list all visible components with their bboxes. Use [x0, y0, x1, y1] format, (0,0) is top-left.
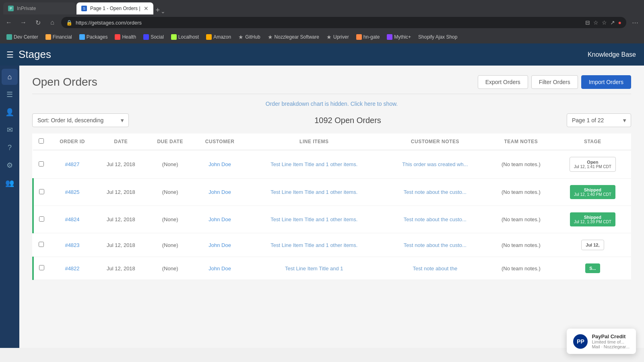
browser-tab-bar: P InPrivate S Page 1 - Open Orders | ✕ +… — [0, 0, 644, 14]
favorites-icon[interactable]: ☆ — [602, 19, 607, 26]
bookmark-financial[interactable]: Financial — [42, 33, 75, 41]
select-all-checkbox[interactable] — [39, 138, 44, 144]
upriver-star-icon: ★ — [326, 34, 332, 40]
tab-inprivate-label: InPrivate — [17, 6, 36, 11]
table-row[interactable]: #4825Jul 12, 2018(None)John DoeTest Line… — [33, 179, 631, 206]
customer-link[interactable]: John Doe — [208, 189, 231, 195]
reader-icon[interactable]: ⊟ — [585, 19, 590, 26]
mythic-icon — [387, 34, 392, 40]
order-customer-notes-cell: Test note about the custo... — [382, 179, 488, 206]
bookmark-github[interactable]: ★ GitHub — [235, 33, 263, 41]
bookmark-amazon[interactable]: Amazon — [203, 33, 234, 41]
tab-list-button[interactable]: ⌄ — [161, 8, 165, 14]
paypal-notification: PP PayPal Credit Limited time of... Mail… — [567, 329, 636, 354]
col-due-date: DUE DATE — [147, 134, 194, 150]
row-checkbox-cell — [33, 206, 49, 233]
order-due-date-cell: (None) — [147, 179, 194, 206]
bookmark-financial-label: Financial — [53, 34, 72, 40]
order-customer-notes-cell: Test note about the — [382, 257, 488, 280]
col-customer: CUSTOMER — [194, 134, 246, 150]
bookmark-localhost[interactable]: Localhost — [168, 33, 202, 41]
row-checkbox[interactable] — [39, 161, 44, 167]
github-star-icon: ★ — [238, 34, 244, 40]
menu-icon[interactable]: ☰ — [6, 50, 14, 60]
extensions-button[interactable]: ⋯ — [630, 17, 641, 28]
knowledge-base-link[interactable]: Knowledge Base — [588, 51, 636, 58]
profile-icon[interactable]: ● — [618, 19, 621, 26]
bookmark-health[interactable]: Health — [111, 33, 139, 41]
home-button[interactable]: ⌂ — [47, 17, 58, 28]
bookmark-hn-gate[interactable]: hn-gate — [353, 33, 383, 41]
sidebar-item-orders[interactable]: ☰ — [2, 86, 18, 103]
nozzlegear-star-icon: ★ — [268, 34, 273, 40]
order-stage-cell: Jul 12, — [554, 233, 631, 257]
share-icon[interactable]: ↗ — [610, 19, 615, 26]
order-due-date-cell: (None) — [147, 206, 194, 233]
table-row[interactable]: #4823Jul 12, 2018(None)John DoeTest Line… — [33, 233, 631, 257]
new-tab-button[interactable]: + — [156, 6, 160, 14]
customer-link[interactable]: John Doe — [208, 161, 231, 167]
row-checkbox-cell — [33, 179, 49, 206]
sidebar-item-team[interactable]: 👥 — [2, 175, 18, 191]
bookmark-localhost-label: Localhost — [178, 34, 199, 40]
address-bar[interactable]: 🔒 https://getstages.com/orders ⊟ ☆ ☆ ↗ ● — [61, 17, 626, 28]
export-orders-button[interactable]: Export Orders — [478, 75, 528, 89]
table-row[interactable]: #4827Jul 12, 2018(None)John DoeTest Line… — [33, 150, 631, 179]
tab-inprivate[interactable]: P InPrivate — [3, 2, 76, 14]
table-row[interactable]: #4822Jul 12, 2018(None)John DoeTest Line… — [33, 257, 631, 280]
order-id-link[interactable]: #4827 — [65, 161, 79, 167]
import-orders-button[interactable]: Import Orders — [581, 75, 631, 89]
financial-icon — [45, 34, 51, 40]
refresh-button[interactable]: ↻ — [32, 17, 43, 28]
sort-select[interactable]: Sort: Order Id, descending Sort: Order I… — [32, 113, 129, 127]
hn-gate-icon — [356, 34, 362, 40]
orders-count: 1092 Open Orders — [314, 116, 381, 125]
url-display: https://getstages.com/orders — [76, 20, 142, 26]
sidebar-item-messages[interactable]: ✉ — [2, 122, 18, 138]
order-id-cell: #4824 — [49, 206, 95, 233]
page-select[interactable]: Page 1 of 22 Page 2 of 22 Page 3 of 22 — [567, 113, 631, 127]
sidebar-item-help[interactable]: ? — [2, 140, 18, 156]
order-id-cell: #4822 — [49, 257, 95, 280]
row-checkbox[interactable] — [39, 265, 44, 270]
bookmark-nozzlegear[interactable]: ★ Nozzlegear Software — [264, 33, 322, 41]
order-stage-cell: ShippedJul 12, 1:40 PM CDT — [554, 179, 631, 206]
filter-orders-button[interactable]: Filter Orders — [531, 75, 578, 89]
customer-link[interactable]: John Doe — [208, 242, 231, 248]
back-button[interactable]: ← — [3, 17, 14, 28]
chart-notice[interactable]: Order breakdown chart is hidden. Click h… — [32, 101, 631, 107]
order-due-date-cell: (None) — [147, 257, 194, 280]
bookmark-mythic[interactable]: Mythic+ — [384, 33, 414, 41]
tab-orders-label: Page 1 - Open Orders | — [90, 6, 140, 11]
order-id-link[interactable]: #4823 — [65, 242, 79, 248]
sidebar-item-customers[interactable]: 👤 — [2, 104, 18, 120]
address-bar-actions: ⊟ ☆ ☆ ↗ ● — [585, 19, 621, 26]
col-date: DATE — [95, 134, 147, 150]
health-icon — [115, 34, 120, 40]
bookmark-social[interactable]: Social — [140, 33, 167, 41]
paypal-subtitle: Limited time of... — [592, 339, 630, 344]
order-id-cell: #4825 — [49, 179, 95, 206]
order-id-link[interactable]: #4824 — [65, 216, 79, 222]
bookmark-shopify[interactable]: Shopify Ajax Shop — [415, 33, 460, 41]
bookmark-packages[interactable]: Packages — [76, 33, 111, 41]
sidebar-item-settings[interactable]: ⚙ — [2, 157, 18, 173]
row-checkbox[interactable] — [39, 189, 44, 194]
forward-button[interactable]: → — [18, 17, 29, 28]
order-id-link[interactable]: #4825 — [65, 189, 79, 195]
sidebar-item-home[interactable]: ⌂ — [2, 69, 18, 85]
order-stage-cell: ShippedJul 12, 1:39 PM CDT — [554, 206, 631, 233]
row-checkbox-cell — [33, 257, 49, 280]
customer-link[interactable]: John Doe — [208, 216, 231, 222]
bookmark-health-label: Health — [122, 34, 136, 40]
row-checkbox[interactable] — [39, 216, 44, 222]
row-checkbox[interactable] — [39, 242, 44, 247]
table-row[interactable]: #4824Jul 12, 2018(None)John DoeTest Line… — [33, 206, 631, 233]
tab-orders[interactable]: S Page 1 - Open Orders | ✕ — [76, 2, 153, 14]
star-icon[interactable]: ☆ — [593, 19, 599, 26]
customer-link[interactable]: John Doe — [208, 265, 231, 272]
bookmark-upriver[interactable]: ★ Upriver — [323, 33, 352, 41]
order-id-link[interactable]: #4822 — [65, 265, 79, 272]
bookmark-dev-center[interactable]: Dev Center — [3, 33, 41, 41]
tab-close-button[interactable]: ✕ — [144, 5, 149, 12]
